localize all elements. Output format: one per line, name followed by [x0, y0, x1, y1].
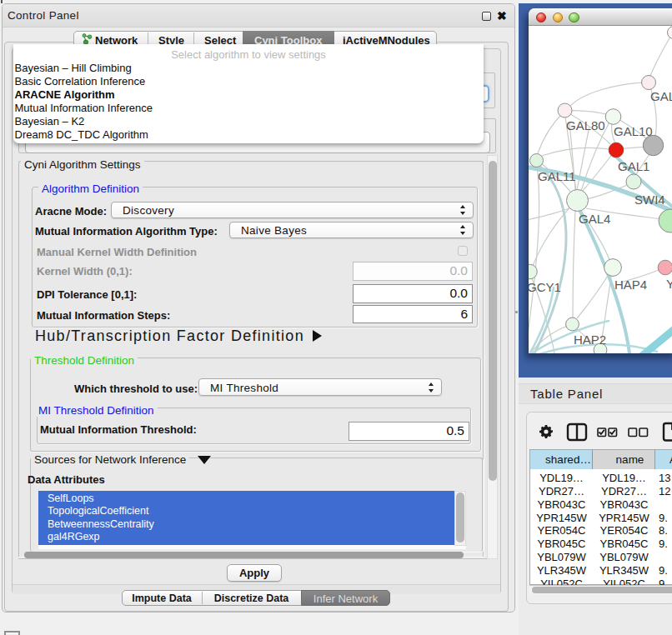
svg-text:SWI4: SWI4 [634, 192, 665, 207]
svg-text:GAL8: GAL8 [650, 89, 672, 103]
svg-text:GAL1: GAL1 [618, 159, 649, 173]
svg-text:GAL80: GAL80 [566, 118, 605, 132]
svg-text:GAL11: GAL11 [538, 169, 576, 183]
svg-text:HAP2: HAP2 [574, 332, 606, 347]
svg-text:GAL4: GAL4 [579, 212, 610, 226]
svg-text:GAL10: GAL10 [614, 124, 653, 138]
svg-text:HAP4: HAP4 [614, 278, 647, 292]
svg-text:Y: Y [666, 277, 672, 291]
svg-text:GCY1: GCY1 [529, 280, 561, 294]
